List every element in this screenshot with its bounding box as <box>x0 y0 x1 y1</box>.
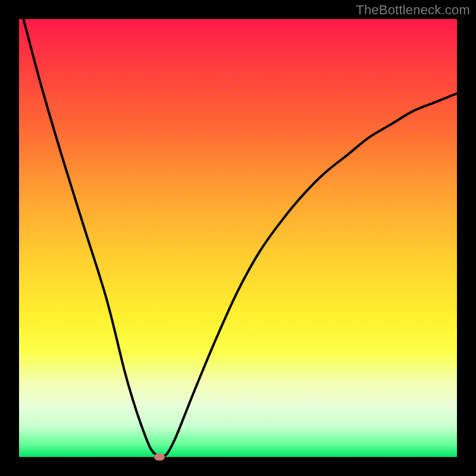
watermark-text: TheBottleneck.com <box>356 2 470 18</box>
minimum-marker <box>154 453 165 461</box>
curve-svg <box>19 19 457 457</box>
chart-frame: TheBottleneck.com <box>0 0 476 476</box>
bottleneck-curve-path <box>23 19 457 457</box>
plot-area <box>19 19 457 457</box>
